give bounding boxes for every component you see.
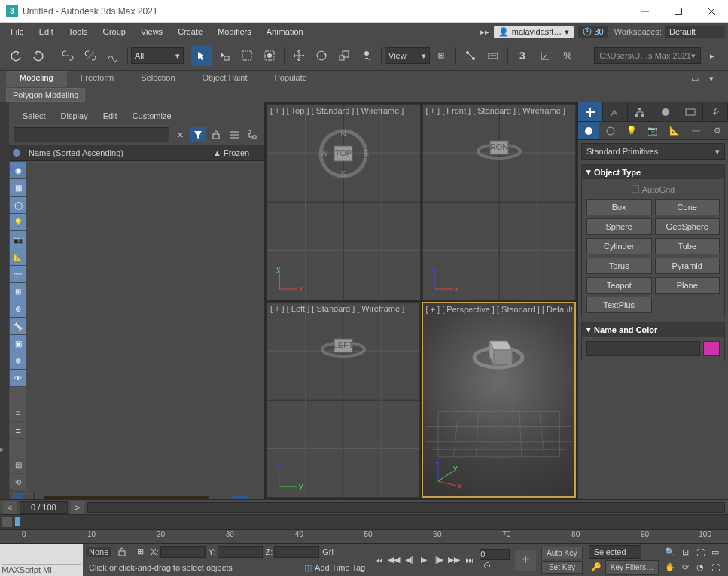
- select-rectangle-button[interactable]: [236, 45, 257, 66]
- viewport-top[interactable]: [ + ] [ Top ] [ Standard ] [ Wireframe ]…: [267, 104, 421, 300]
- select-by-name-button[interactable]: [214, 45, 235, 66]
- viewport-left-label[interactable]: [ + ] [ Left ] [ Standard ] [ Wireframe …: [270, 304, 404, 313]
- ribbon-tab-objectpaint[interactable]: Object Paint: [189, 71, 261, 87]
- lock-selection-icon[interactable]: [114, 544, 129, 559]
- col-frozen[interactable]: ▲ Frozen: [213, 148, 261, 157]
- undo-button[interactable]: [5, 45, 26, 66]
- se-menu-select[interactable]: Select: [15, 109, 53, 123]
- maximize-viewport-button[interactable]: ⛶: [708, 561, 722, 574]
- ribbon-tab-populate[interactable]: Populate: [260, 71, 320, 87]
- menu-views[interactable]: Views: [133, 24, 170, 39]
- filter-expand-icon[interactable]: ≡: [10, 404, 26, 421]
- left-expand-handle[interactable]: ▸: [0, 102, 9, 499]
- autokey-button[interactable]: Auto Key: [541, 547, 583, 559]
- trackbar-toggle[interactable]: [2, 517, 12, 527]
- primitive-cone[interactable]: Cone: [655, 199, 720, 215]
- filter-helpers-icon[interactable]: 📐: [10, 248, 26, 265]
- key-mode-icon[interactable]: 🔑: [589, 560, 604, 575]
- menu-tools[interactable]: Tools: [61, 24, 96, 39]
- time-ruler[interactable]: 0 10 20 30 40 50 60 70 80 90 100: [0, 529, 728, 543]
- scene-explorer-list[interactable]: [27, 161, 264, 492]
- filter-groups-icon[interactable]: ⊞: [10, 283, 26, 300]
- ribbon-tab-modeling[interactable]: Modeling: [6, 71, 67, 87]
- filter-collapse-icon[interactable]: ≣: [10, 422, 26, 438]
- select-object-button[interactable]: [191, 45, 212, 66]
- subtab-cameras[interactable]: 📷: [642, 122, 663, 139]
- user-account[interactable]: 👤 malavidasft… ▾: [494, 26, 574, 38]
- tab-create[interactable]: [578, 102, 603, 121]
- minimize-button[interactable]: [629, 0, 662, 23]
- se-menu-display[interactable]: Display: [53, 109, 96, 123]
- select-move-button[interactable]: [288, 45, 309, 66]
- scripts-icon[interactable]: ▸▸: [480, 27, 489, 37]
- se-menu-edit[interactable]: Edit: [96, 109, 125, 123]
- col-name[interactable]: Name (Sorted Ascending): [27, 148, 213, 157]
- select-rotate-button[interactable]: [311, 45, 332, 66]
- zoom-region-button[interactable]: ▭: [708, 546, 722, 559]
- filter-all-icon[interactable]: ◉: [10, 162, 26, 178]
- clear-search-icon[interactable]: ✕: [172, 127, 187, 142]
- orbit-button[interactable]: ⟳: [678, 561, 692, 574]
- select-scale-button[interactable]: [334, 45, 355, 66]
- trackbar-key[interactable]: [15, 517, 20, 526]
- prev-key-button[interactable]: ◀|: [401, 553, 416, 568]
- view-list-icon[interactable]: [227, 127, 242, 142]
- tab-utilities[interactable]: [703, 102, 728, 121]
- menu-modifiers[interactable]: Modifiers: [210, 24, 259, 39]
- ribbon-arrow-icon[interactable]: ▾: [705, 72, 718, 86]
- snap-toggle-button[interactable]: 3: [512, 45, 533, 66]
- scene-explorer-search-input[interactable]: [14, 127, 169, 142]
- se-menu-customize[interactable]: Customize: [125, 109, 179, 123]
- next-key-button[interactable]: |▶: [431, 553, 446, 568]
- bind-spacewarp-button[interactable]: [102, 45, 123, 66]
- primitive-sphere[interactable]: Sphere: [586, 218, 652, 235]
- maxscript-listener[interactable]: MAXScript Mi: [0, 544, 83, 576]
- subtab-systems[interactable]: ⚙: [707, 122, 728, 139]
- tab-modify[interactable]: [603, 102, 628, 121]
- menu-edit[interactable]: Edit: [32, 24, 61, 39]
- maximize-button[interactable]: [662, 0, 695, 23]
- pivot-button[interactable]: [431, 45, 452, 66]
- scene-explorer-header[interactable]: Name (Sorted Ascending) ▲ Frozen: [9, 145, 264, 161]
- x-input[interactable]: [160, 546, 206, 558]
- viewcube-front[interactable]: FRONT: [473, 127, 525, 165]
- viewport-front-label[interactable]: [ + ] [ Front ] [ Standard ] [ Wireframe…: [426, 106, 566, 115]
- subtab-geometry[interactable]: [578, 122, 599, 139]
- project-path[interactable]: C:\Users\U…s Max 2021▾: [594, 47, 701, 64]
- zoom-all-button[interactable]: ⊡: [678, 546, 692, 559]
- filter-add-icon[interactable]: ▤: [10, 456, 26, 473]
- menu-group[interactable]: Group: [95, 24, 133, 39]
- filter-bone-icon[interactable]: 🦴: [10, 318, 26, 334]
- filter-shapes-icon[interactable]: ◯: [10, 197, 26, 213]
- absolute-mode-icon[interactable]: ⊞: [133, 544, 148, 559]
- tab-display[interactable]: [678, 102, 703, 121]
- primitive-tube[interactable]: Tube: [655, 238, 720, 254]
- viewcube-top[interactable]: TOPNSEW: [317, 127, 370, 180]
- primitive-cylinder[interactable]: Cylinder: [586, 238, 652, 254]
- primitive-textplus[interactable]: TextPlus: [586, 297, 652, 313]
- y-input[interactable]: [218, 546, 263, 558]
- filter-container-icon[interactable]: ▣: [10, 335, 26, 352]
- trackbar[interactable]: [0, 514, 728, 529]
- ribbon-tab-selection[interactable]: Selection: [127, 71, 188, 87]
- subribbon-polygon-modeling[interactable]: Polygon Modeling: [6, 88, 85, 102]
- filter-cameras-icon[interactable]: 📷: [10, 231, 26, 248]
- zoom-extents-button[interactable]: ⛶: [693, 546, 707, 559]
- current-frame-input[interactable]: [480, 549, 510, 560]
- viewport-perspective-label[interactable]: [ + ] [ Perspective ] [ Standard ] [ Def…: [426, 305, 573, 314]
- filter-lights-icon[interactable]: 💡: [10, 214, 26, 230]
- viewport-layout-toggle[interactable]: [12, 493, 35, 499]
- lock-icon[interactable]: [209, 127, 224, 142]
- manipulate-button[interactable]: [460, 45, 481, 66]
- workspace-dropdown[interactable]: Default: [665, 26, 725, 38]
- next-frame-button[interactable]: ▶▶: [446, 553, 461, 568]
- goto-end-button[interactable]: ⏭: [461, 553, 477, 568]
- autosave-timer[interactable]: 30: [578, 26, 608, 38]
- subtab-helpers[interactable]: 📐: [664, 122, 685, 139]
- primitive-geosphere[interactable]: GeoSphere: [655, 218, 720, 235]
- filter-geometry-icon[interactable]: ▦: [10, 179, 26, 196]
- redo-button[interactable]: [28, 45, 49, 66]
- timeslider-handle[interactable]: 0 / 100: [20, 501, 68, 514]
- menu-animation[interactable]: Animation: [259, 24, 311, 39]
- setkey-button[interactable]: Set Key: [541, 561, 583, 574]
